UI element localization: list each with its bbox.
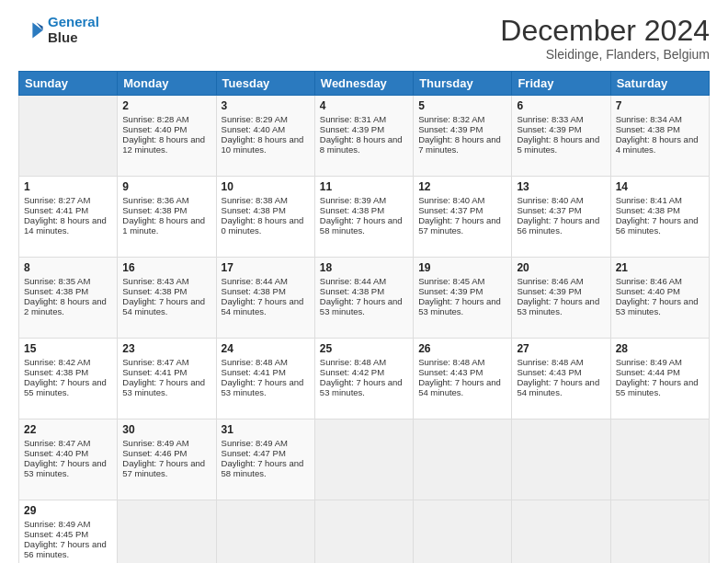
table-row: 28 Sunrise: 8:49 AM Sunset: 4:44 PM Dayl… (610, 339, 709, 419)
daylight: Daylight: 7 hours and 54 minutes. (517, 377, 599, 397)
table-row: 8 Sunrise: 8:35 AM Sunset: 4:38 PM Dayli… (19, 258, 118, 339)
header: General Blue December 2024 Sleidinge, Fl… (18, 15, 710, 62)
day-number: 3 (222, 99, 310, 112)
table-row: 18 Sunrise: 8:44 AM Sunset: 4:38 PM Dayl… (314, 258, 413, 339)
sunset: Sunset: 4:41 PM (122, 367, 187, 377)
daylight: Daylight: 7 hours and 56 minutes. (517, 215, 599, 236)
sunrise: Sunrise: 8:49 AM (222, 438, 288, 448)
main-title: December 2024 (500, 15, 710, 47)
daylight: Daylight: 7 hours and 53 minutes. (24, 458, 107, 478)
sunrise: Sunrise: 8:49 AM (122, 438, 188, 448)
calendar-row: 15 Sunrise: 8:42 AM Sunset: 4:38 PM Dayl… (19, 339, 710, 419)
sunrise: Sunrise: 8:41 AM (616, 195, 682, 205)
sunrise: Sunrise: 8:48 AM (320, 357, 386, 367)
table-row: 4 Sunrise: 8:31 AM Sunset: 4:39 PM Dayli… (314, 96, 413, 177)
day-number: 1 (24, 180, 112, 193)
day-number: 27 (517, 342, 605, 355)
daylight: Daylight: 7 hours and 53 minutes. (320, 296, 403, 316)
sunrise: Sunrise: 8:45 AM (418, 276, 484, 286)
day-number: 14 (616, 180, 704, 193)
sunset: Sunset: 4:38 PM (320, 286, 384, 296)
daylight: Daylight: 7 hours and 56 minutes. (24, 539, 107, 559)
sunrise: Sunrise: 8:47 AM (122, 357, 188, 367)
table-row: 25 Sunrise: 8:48 AM Sunset: 4:42 PM Dayl… (314, 339, 413, 419)
day-number: 13 (517, 180, 605, 193)
sunrise: Sunrise: 8:48 AM (418, 357, 484, 367)
day-number: 25 (320, 342, 408, 355)
logo-text: General Blue (48, 15, 99, 45)
table-row: 10 Sunrise: 8:38 AM Sunset: 4:38 PM Dayl… (216, 177, 314, 258)
table-row: 7 Sunrise: 8:34 AM Sunset: 4:38 PM Dayli… (610, 96, 709, 177)
calendar-row: 1 Sunrise: 8:27 AM Sunset: 4:41 PM Dayli… (19, 177, 710, 258)
day-number: 26 (418, 342, 506, 355)
page: General Blue December 2024 Sleidinge, Fl… (0, 0, 728, 563)
table-row: 26 Sunrise: 8:48 AM Sunset: 4:43 PM Dayl… (414, 339, 512, 419)
sunrise: Sunrise: 8:49 AM (616, 357, 682, 367)
day-number: 11 (320, 180, 408, 193)
sunset: Sunset: 4:37 PM (517, 205, 581, 215)
table-row: 3 Sunrise: 8:29 AM Sunset: 4:40 AM Dayli… (216, 96, 314, 177)
sunrise: Sunrise: 8:38 AM (222, 195, 288, 205)
sunrise: Sunrise: 8:49 AM (24, 519, 90, 529)
calendar-row: 2 Sunrise: 8:28 AM Sunset: 4:40 PM Dayli… (19, 96, 710, 177)
sunset: Sunset: 4:38 PM (24, 367, 88, 377)
daylight: Daylight: 7 hours and 54 minutes. (222, 296, 304, 316)
sunrise: Sunrise: 8:40 AM (517, 195, 583, 205)
sunrise: Sunrise: 8:43 AM (122, 276, 188, 286)
table-row: 24 Sunrise: 8:48 AM Sunset: 4:41 PM Dayl… (216, 339, 314, 419)
daylight: Daylight: 8 hours and 4 minutes. (616, 134, 699, 155)
day-number: 22 (24, 423, 112, 436)
calendar-header-row: Sunday Monday Tuesday Wednesday Thursday… (19, 72, 710, 96)
daylight: Daylight: 8 hours and 14 minutes. (24, 215, 107, 236)
sunrise: Sunrise: 8:36 AM (122, 195, 188, 205)
sunrise: Sunrise: 8:46 AM (616, 276, 682, 286)
sunset: Sunset: 4:37 PM (418, 205, 483, 215)
table-row: 29 Sunrise: 8:49 AM Sunset: 4:45 PM Dayl… (19, 500, 118, 563)
daylight: Daylight: 8 hours and 1 minute. (122, 215, 205, 236)
calendar-row: 29 Sunrise: 8:49 AM Sunset: 4:45 PM Dayl… (19, 500, 710, 563)
daylight: Daylight: 8 hours and 10 minutes. (222, 134, 304, 155)
table-row (314, 419, 413, 500)
sunrise: Sunrise: 8:31 AM (320, 114, 386, 124)
daylight: Daylight: 7 hours and 54 minutes. (418, 377, 501, 397)
daylight: Daylight: 7 hours and 58 minutes. (222, 458, 304, 478)
sunset: Sunset: 4:41 PM (24, 205, 88, 215)
table-row (216, 500, 314, 563)
sunrise: Sunrise: 8:44 AM (222, 276, 288, 286)
sunrise: Sunrise: 8:28 AM (122, 114, 188, 124)
sunset: Sunset: 4:43 PM (517, 367, 581, 377)
sunrise: Sunrise: 8:47 AM (24, 438, 90, 448)
daylight: Daylight: 8 hours and 12 minutes. (122, 134, 205, 155)
col-thursday: Thursday (414, 72, 512, 96)
day-number: 12 (418, 180, 506, 193)
day-number: 24 (222, 342, 310, 355)
sunrise: Sunrise: 8:48 AM (517, 357, 583, 367)
col-wednesday: Wednesday (314, 72, 413, 96)
day-number: 17 (222, 261, 310, 274)
sunset: Sunset: 4:39 PM (517, 286, 581, 296)
sunset: Sunset: 4:38 PM (320, 205, 384, 215)
col-friday: Friday (512, 72, 610, 96)
daylight: Daylight: 7 hours and 54 minutes. (122, 296, 205, 316)
table-row: 2 Sunrise: 8:28 AM Sunset: 4:40 PM Dayli… (118, 96, 216, 177)
sunset: Sunset: 4:40 PM (24, 448, 88, 458)
sunset: Sunset: 4:46 PM (122, 448, 187, 458)
sunset: Sunset: 4:38 PM (122, 205, 187, 215)
sunrise: Sunrise: 8:35 AM (24, 276, 90, 286)
daylight: Daylight: 8 hours and 5 minutes. (517, 134, 599, 155)
sunrise: Sunrise: 8:27 AM (24, 195, 90, 205)
sunset: Sunset: 4:38 PM (616, 205, 680, 215)
sunrise: Sunrise: 8:34 AM (616, 114, 682, 124)
calendar-table: Sunday Monday Tuesday Wednesday Thursday… (18, 71, 710, 563)
sunset: Sunset: 4:44 PM (616, 367, 680, 377)
table-row: 19 Sunrise: 8:45 AM Sunset: 4:39 PM Dayl… (414, 258, 512, 339)
table-row (314, 500, 413, 563)
sunset: Sunset: 4:38 PM (222, 286, 286, 296)
sunset: Sunset: 4:38 PM (24, 286, 88, 296)
table-row: 20 Sunrise: 8:46 AM Sunset: 4:39 PM Dayl… (512, 258, 610, 339)
daylight: Daylight: 8 hours and 7 minutes. (418, 134, 501, 155)
sunrise: Sunrise: 8:46 AM (517, 276, 583, 286)
day-number: 2 (122, 99, 210, 112)
day-number: 7 (616, 99, 704, 112)
sunrise: Sunrise: 8:33 AM (517, 114, 583, 124)
